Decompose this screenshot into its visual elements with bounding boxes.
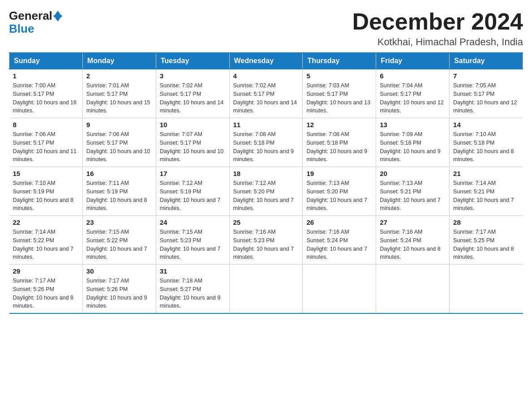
day-number: 15 — [13, 170, 79, 177]
day-info: Sunrise: 7:07 AMSunset: 5:17 PMDaylight:… — [160, 130, 226, 164]
day-number: 20 — [380, 170, 446, 177]
day-info: Sunrise: 7:16 AMSunset: 5:23 PMDaylight:… — [233, 228, 299, 261]
calendar-cell: 7Sunrise: 7:05 AMSunset: 5:17 PMDaylight… — [450, 69, 523, 118]
calendar-cell: 4Sunrise: 7:02 AMSunset: 5:17 PMDaylight… — [229, 69, 303, 118]
day-number: 11 — [233, 121, 299, 128]
day-info: Sunrise: 7:05 AMSunset: 5:17 PMDaylight:… — [453, 81, 519, 115]
calendar-cell: 8Sunrise: 7:06 AMSunset: 5:17 PMDaylight… — [9, 118, 83, 167]
day-info: Sunrise: 7:12 AMSunset: 5:19 PMDaylight:… — [160, 179, 226, 213]
day-number: 31 — [160, 267, 226, 275]
day-info: Sunrise: 7:10 AMSunset: 5:18 PMDaylight:… — [453, 130, 519, 164]
calendar-cell: 17Sunrise: 7:12 AMSunset: 5:19 PMDayligh… — [156, 167, 229, 216]
calendar-cell: 14Sunrise: 7:10 AMSunset: 5:18 PMDayligh… — [450, 118, 523, 167]
calendar-cell: 15Sunrise: 7:10 AMSunset: 5:19 PMDayligh… — [9, 167, 83, 216]
week-row-3: 15Sunrise: 7:10 AMSunset: 5:19 PMDayligh… — [9, 167, 523, 216]
day-info: Sunrise: 7:15 AMSunset: 5:23 PMDaylight:… — [160, 228, 226, 261]
calendar-cell: 23Sunrise: 7:15 AMSunset: 5:22 PMDayligh… — [82, 216, 156, 265]
day-number: 24 — [160, 218, 226, 226]
day-number: 1 — [13, 72, 79, 80]
day-info: Sunrise: 7:17 AMSunset: 5:26 PMDaylight:… — [13, 277, 79, 310]
calendar-cell: 9Sunrise: 7:06 AMSunset: 5:17 PMDaylight… — [82, 118, 156, 167]
week-row-5: 29Sunrise: 7:17 AMSunset: 5:26 PMDayligh… — [9, 265, 523, 314]
day-info: Sunrise: 7:16 AMSunset: 5:24 PMDaylight:… — [380, 228, 446, 261]
day-info: Sunrise: 7:02 AMSunset: 5:17 PMDaylight:… — [160, 81, 226, 115]
calendar-cell: 12Sunrise: 7:08 AMSunset: 5:18 PMDayligh… — [303, 118, 376, 167]
calendar-cell: 20Sunrise: 7:13 AMSunset: 5:21 PMDayligh… — [376, 167, 450, 216]
day-info: Sunrise: 7:14 AMSunset: 5:22 PMDaylight:… — [13, 228, 79, 261]
logo-text: General — [9, 9, 62, 23]
day-info: Sunrise: 7:13 AMSunset: 5:20 PMDaylight:… — [306, 179, 372, 213]
day-number: 6 — [380, 72, 446, 80]
week-row-2: 8Sunrise: 7:06 AMSunset: 5:17 PMDaylight… — [9, 118, 523, 167]
logo: General Blue — [9, 9, 62, 36]
calendar-cell: 22Sunrise: 7:14 AMSunset: 5:22 PMDayligh… — [9, 216, 83, 265]
day-number: 4 — [233, 72, 299, 80]
calendar-cell: 13Sunrise: 7:09 AMSunset: 5:18 PMDayligh… — [376, 118, 450, 167]
subtitle: Kotkhai, Himachal Pradesh, India — [352, 36, 523, 48]
calendar-header-row: SundayMondayTuesdayWednesdayThursdayFrid… — [9, 53, 523, 69]
day-number: 16 — [86, 170, 152, 177]
calendar-cell: 19Sunrise: 7:13 AMSunset: 5:20 PMDayligh… — [303, 167, 376, 216]
day-number: 27 — [380, 218, 446, 226]
day-info: Sunrise: 7:03 AMSunset: 5:17 PMDaylight:… — [306, 81, 372, 115]
calendar-cell — [229, 265, 303, 314]
day-info: Sunrise: 7:06 AMSunset: 5:17 PMDaylight:… — [86, 130, 152, 164]
day-info: Sunrise: 7:14 AMSunset: 5:21 PMDaylight:… — [453, 179, 519, 213]
day-number: 23 — [86, 218, 152, 226]
calendar-cell: 11Sunrise: 7:08 AMSunset: 5:18 PMDayligh… — [229, 118, 303, 167]
calendar-cell: 27Sunrise: 7:16 AMSunset: 5:24 PMDayligh… — [376, 216, 450, 265]
week-row-4: 22Sunrise: 7:14 AMSunset: 5:22 PMDayligh… — [9, 216, 523, 265]
day-info: Sunrise: 7:08 AMSunset: 5:18 PMDaylight:… — [233, 130, 299, 164]
day-number: 17 — [160, 170, 226, 177]
day-number: 10 — [160, 121, 226, 128]
calendar-cell: 29Sunrise: 7:17 AMSunset: 5:26 PMDayligh… — [9, 265, 83, 314]
calendar-cell — [376, 265, 450, 314]
calendar-cell: 3Sunrise: 7:02 AMSunset: 5:17 PMDaylight… — [156, 69, 229, 118]
day-number: 8 — [13, 121, 79, 128]
day-number: 7 — [453, 72, 519, 80]
header-saturday: Saturday — [450, 53, 523, 69]
calendar-cell — [450, 265, 523, 314]
day-number: 14 — [453, 121, 519, 128]
day-info: Sunrise: 7:08 AMSunset: 5:18 PMDaylight:… — [306, 130, 372, 164]
day-info: Sunrise: 7:11 AMSunset: 5:19 PMDaylight:… — [86, 179, 152, 213]
logo-general: General — [9, 9, 52, 23]
day-info: Sunrise: 7:13 AMSunset: 5:21 PMDaylight:… — [380, 179, 446, 213]
calendar-cell: 5Sunrise: 7:03 AMSunset: 5:17 PMDaylight… — [303, 69, 376, 118]
day-info: Sunrise: 7:04 AMSunset: 5:17 PMDaylight:… — [380, 81, 446, 115]
header-wednesday: Wednesday — [229, 53, 303, 69]
calendar-cell: 21Sunrise: 7:14 AMSunset: 5:21 PMDayligh… — [450, 167, 523, 216]
day-info: Sunrise: 7:09 AMSunset: 5:18 PMDaylight:… — [380, 130, 446, 164]
day-info: Sunrise: 7:17 AMSunset: 5:25 PMDaylight:… — [453, 228, 519, 261]
calendar-cell: 24Sunrise: 7:15 AMSunset: 5:23 PMDayligh… — [156, 216, 229, 265]
day-number: 12 — [306, 121, 372, 128]
calendar-cell: 31Sunrise: 7:18 AMSunset: 5:27 PMDayligh… — [156, 265, 229, 314]
day-number: 2 — [86, 72, 152, 80]
calendar-cell: 2Sunrise: 7:01 AMSunset: 5:17 PMDaylight… — [82, 69, 156, 118]
calendar-cell — [303, 265, 376, 314]
header-thursday: Thursday — [303, 53, 376, 69]
day-info: Sunrise: 7:02 AMSunset: 5:17 PMDaylight:… — [233, 81, 299, 115]
day-info: Sunrise: 7:18 AMSunset: 5:27 PMDaylight:… — [160, 277, 226, 310]
day-info: Sunrise: 7:15 AMSunset: 5:22 PMDaylight:… — [86, 228, 152, 261]
day-number: 5 — [306, 72, 372, 80]
week-row-1: 1Sunrise: 7:00 AMSunset: 5:17 PMDaylight… — [9, 69, 523, 118]
day-info: Sunrise: 7:12 AMSunset: 5:20 PMDaylight:… — [233, 179, 299, 213]
day-number: 19 — [306, 170, 372, 177]
header-friday: Friday — [376, 53, 450, 69]
day-number: 22 — [13, 218, 79, 226]
page-header: General Blue December 2024 Kotkhai, Hima… — [9, 9, 523, 48]
calendar-cell: 16Sunrise: 7:11 AMSunset: 5:19 PMDayligh… — [82, 167, 156, 216]
day-number: 21 — [453, 170, 519, 177]
calendar-cell: 28Sunrise: 7:17 AMSunset: 5:25 PMDayligh… — [450, 216, 523, 265]
day-info: Sunrise: 7:10 AMSunset: 5:19 PMDaylight:… — [13, 179, 79, 213]
calendar-cell: 30Sunrise: 7:17 AMSunset: 5:26 PMDayligh… — [82, 265, 156, 314]
logo-blue: Blue — [9, 22, 34, 36]
header-tuesday: Tuesday — [156, 53, 229, 69]
calendar-cell: 10Sunrise: 7:07 AMSunset: 5:17 PMDayligh… — [156, 118, 229, 167]
day-number: 18 — [233, 170, 299, 177]
day-info: Sunrise: 7:01 AMSunset: 5:17 PMDaylight:… — [86, 81, 152, 115]
calendar-cell: 1Sunrise: 7:00 AMSunset: 5:17 PMDaylight… — [9, 69, 83, 118]
day-number: 9 — [86, 121, 152, 128]
day-number: 3 — [160, 72, 226, 80]
